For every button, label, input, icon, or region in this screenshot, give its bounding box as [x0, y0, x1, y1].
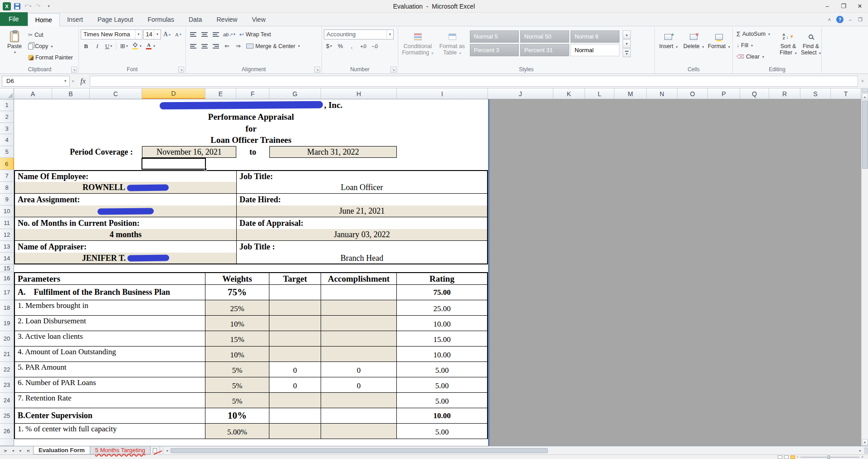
title-cell[interactable]: Loan Officer Trainees — [14, 134, 488, 146]
align-left-button[interactable] — [188, 41, 198, 51]
rating-cell[interactable]: 75.00 — [397, 285, 488, 300]
accomplishment-cell[interactable] — [321, 408, 397, 424]
top-align-button[interactable] — [188, 29, 198, 39]
target-cell[interactable] — [269, 316, 321, 331]
row-header[interactable]: 17 — [0, 285, 14, 300]
orientation-button[interactable]: ab↗▾ — [222, 29, 237, 39]
parameter-name-cell[interactable]: 7. Retention Rate — [14, 393, 205, 408]
info-value-left-cell[interactable]: ROWNELL — [14, 182, 236, 194]
next-sheet-button[interactable]: ▸ — [17, 449, 24, 453]
select-all-corner[interactable] — [0, 88, 14, 99]
rating-cell[interactable]: 15.00 — [397, 331, 488, 347]
zoom-out-button[interactable]: − — [797, 455, 799, 459]
active-cell-selection[interactable] — [141, 158, 206, 170]
underline-button[interactable]: U▾ — [103, 41, 114, 51]
row-header[interactable] — [0, 439, 14, 446]
weight-cell[interactable]: 5% — [205, 362, 269, 377]
cell-style-option[interactable]: Percent 3 — [470, 44, 519, 56]
borders-button[interactable]: ⊞▾ — [119, 41, 129, 51]
target-cell[interactable]: 0 — [269, 377, 321, 393]
column-header[interactable]: R — [769, 88, 800, 99]
column-header[interactable]: B — [52, 88, 90, 99]
target-cell[interactable] — [269, 285, 321, 300]
cell-style-option[interactable]: Normal 6 — [571, 30, 619, 43]
target-cell[interactable] — [269, 424, 321, 439]
parameters-header-cell[interactable]: Parameters — [14, 272, 205, 285]
info-value-right-cell[interactable]: Loan Officer — [236, 182, 488, 194]
ribbon-tab[interactable]: Formulas — [141, 13, 181, 26]
rating-cell[interactable]: 10.00 — [397, 408, 488, 424]
align-center-button[interactable] — [199, 41, 210, 51]
qat-customize-button[interactable]: ▾ — [44, 2, 53, 11]
target-cell[interactable] — [269, 300, 321, 316]
expand-formula-bar-button[interactable]: ˅ — [858, 76, 867, 87]
clipboard-dialog-launcher[interactable]: ↘ — [71, 67, 77, 73]
ribbon-tab[interactable]: Insert — [60, 13, 90, 26]
row-header[interactable]: 26 — [0, 424, 14, 439]
increase-decimal-button[interactable]: +.0 — [358, 41, 368, 51]
parameter-name-cell[interactable]: 5. PAR Amount — [14, 362, 205, 377]
accomplishment-cell[interactable] — [321, 393, 397, 408]
align-right-button[interactable] — [210, 41, 221, 51]
target-cell[interactable] — [269, 408, 321, 424]
row-header[interactable]: 9 — [0, 194, 14, 205]
info-value-left-cell[interactable] — [14, 205, 236, 217]
company-title-cell[interactable]: , Inc. — [14, 99, 488, 111]
column-header[interactable]: S — [800, 88, 831, 99]
accomplishment-cell[interactable]: 0 — [321, 362, 397, 377]
redo-button[interactable]: ↷ — [34, 2, 42, 11]
zoom-slider[interactable] — [800, 457, 859, 458]
parameter-name-cell[interactable]: 2. Loan Disbursement — [14, 316, 205, 331]
column-header[interactable]: Q — [740, 88, 769, 99]
cell-style-option[interactable]: Normal 50 — [520, 30, 569, 43]
row-header[interactable]: 21 — [0, 347, 14, 362]
ribbon-tab[interactable]: Home — [28, 13, 60, 26]
row-header[interactable]: 1 — [0, 99, 14, 111]
conditional-formatting-button[interactable]: Conditional Formatting ▾ — [400, 29, 435, 57]
copy-button[interactable]: Copy▾ — [26, 41, 75, 51]
period-label-cell[interactable]: Period Coverage : — [14, 146, 142, 158]
tab-split-handle[interactable] — [864, 448, 868, 454]
parameter-name-cell[interactable]: 4. Amount of Loan Outstanding — [14, 347, 205, 362]
info-value-left-cell[interactable]: 4 months — [14, 229, 236, 241]
period-to-word-cell[interactable]: to — [236, 146, 269, 158]
autosum-button[interactable]: ΣAutoSum▾ — [735, 29, 776, 39]
ribbon-tab[interactable]: View — [244, 13, 273, 26]
comma-style-button[interactable]: , — [346, 41, 357, 51]
column-header[interactable]: I — [397, 88, 488, 99]
weight-cell[interactable]: 5% — [205, 393, 269, 408]
prev-sheet-button[interactable]: ◂ — [9, 449, 16, 453]
shrink-font-button[interactable]: A▼ — [173, 29, 184, 39]
row-header[interactable]: 20 — [0, 331, 14, 347]
save-button[interactable] — [13, 2, 21, 11]
help-button[interactable]: ? — [836, 16, 844, 23]
parameter-name-cell[interactable]: 1. % of center with full capacity — [14, 424, 205, 439]
styles-more-button[interactable]: ▼ — [623, 49, 631, 57]
column-header[interactable]: F — [236, 88, 269, 99]
column-header[interactable]: D — [142, 88, 205, 99]
parameter-name-cell[interactable]: B.Center Supervision — [14, 408, 205, 424]
number-dialog-launcher[interactable]: ↘ — [390, 67, 396, 73]
row-header[interactable]: 3 — [0, 123, 14, 134]
increase-indent-button[interactable]: ⇒ — [233, 41, 244, 51]
zoom-slider-thumb[interactable] — [828, 455, 830, 459]
restore-button[interactable]: ❐ — [835, 0, 852, 12]
column-header[interactable]: L — [585, 88, 614, 99]
parameter-name-cell[interactable]: 1. Members brought in — [14, 300, 205, 316]
alignment-dialog-launcher[interactable]: ↘ — [314, 67, 320, 73]
scrollbar-track[interactable] — [171, 448, 857, 454]
cut-button[interactable]: ✂Cut — [26, 30, 75, 40]
weight-cell[interactable]: 5% — [205, 377, 269, 393]
font-color-button[interactable]: A▾ — [144, 41, 156, 51]
rating-cell[interactable]: 5.00 — [397, 393, 488, 408]
cell-style-option[interactable]: Percent 31 — [520, 44, 569, 56]
column-header[interactable]: C — [90, 88, 142, 99]
fill-handle[interactable] — [204, 168, 207, 171]
accomplishment-cell[interactable]: 0 — [321, 377, 397, 393]
info-value-left-cell[interactable]: JENIFER T. — [14, 253, 236, 264]
rating-cell[interactable]: 5.00 — [397, 377, 488, 393]
insert-cells-button[interactable]: + Insert ▾ — [657, 29, 680, 50]
clear-button[interactable]: ⌫Clear▾ — [735, 52, 776, 62]
row-header[interactable]: 25 — [0, 408, 14, 424]
weight-cell[interactable]: 10% — [205, 408, 269, 424]
